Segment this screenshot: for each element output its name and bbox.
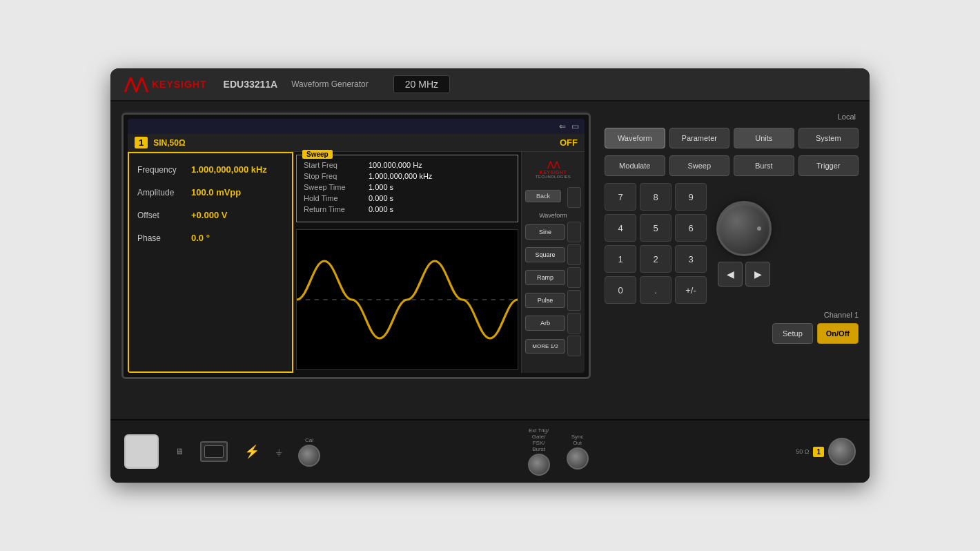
usb-a-port[interactable]	[200, 441, 228, 462]
top-buttons-row: Waveform Parameter Units System	[605, 128, 859, 148]
sweep-box: Sweep Start Freq 100.000,000 Hz Stop Fre…	[296, 155, 518, 222]
keysight-logo: ⋀⋀ KEYSIGHT	[124, 75, 207, 93]
waveform-buttons-panel: ⋀⋀ KEYSIGHT TECHNOLOGIES Back Waveform	[521, 152, 585, 373]
local-label: Local	[605, 113, 859, 121]
logo-zigzag-icon: ⋀⋀	[124, 75, 146, 93]
param-amplitude: Amplitude 100.0 mVpp	[137, 187, 284, 197]
return-time: Return Time 0.000 s	[304, 205, 511, 213]
num-1[interactable]: 1	[605, 245, 636, 273]
second-row-buttons: Modulate Sweep Burst Trigger	[605, 155, 859, 176]
ext-trig-bnc[interactable]	[528, 454, 550, 476]
screen-content: Frequency 1.000,000,000 kHz Amplitude 10…	[128, 152, 585, 373]
model-number: EDU33211A	[224, 79, 278, 90]
burst-button[interactable]: Burst	[734, 155, 794, 176]
control-area: Local Waveform Parameter Units System Mo…	[599, 113, 859, 408]
bottom-bar: 🖥 ⚡ ⏚ Cal Ext Trig/ Gate/ FSK/ Burst Syn…	[110, 419, 870, 483]
right-arrow-button[interactable]: ▶	[745, 262, 770, 287]
sync-out-connector: Sync Out	[567, 434, 589, 470]
num-6[interactable]: 6	[675, 214, 707, 242]
ramp-button[interactable]: Ramp	[525, 270, 565, 285]
arb-button[interactable]: Arb	[525, 316, 565, 331]
pulse-button[interactable]: Pulse	[525, 293, 565, 308]
sweep-stop-freq: Stop Freq 1.000,000,000 kHz	[304, 172, 511, 180]
trigger-button[interactable]: Trigger	[798, 155, 859, 176]
softkey-more[interactable]	[567, 336, 581, 356]
sweep-badge: Sweep	[302, 150, 333, 159]
more-button[interactable]: MORE 1/2	[525, 339, 565, 354]
num-7[interactable]: 7	[605, 183, 636, 211]
softkey-arb[interactable]	[567, 313, 581, 334]
frequency-display: 20 MHz	[393, 75, 450, 93]
square-button[interactable]: Square	[525, 247, 565, 262]
setup-button[interactable]: Setup	[772, 323, 813, 344]
sync-out-bnc[interactable]	[567, 447, 589, 470]
usb-computer-icons: 🖥	[175, 447, 184, 456]
usb-icon: ⇐	[559, 122, 566, 131]
channel1-label: Channel 1	[824, 311, 859, 319]
numpad-area: 7 8 9 4 5 6 1 2 3 0	[605, 183, 859, 304]
softkey-sine[interactable]	[567, 222, 581, 242]
brand-name: KEYSIGHT	[152, 79, 207, 90]
left-arrow-button[interactable]: ◀	[718, 262, 743, 287]
sweep-button[interactable]: Sweep	[669, 155, 730, 176]
param-frequency: Frequency 1.000,000,000 kHz	[137, 164, 284, 175]
num-8[interactable]: 8	[640, 183, 672, 211]
screen-inner: ⇐ ▭ 1 SIN,50Ω OFF	[128, 119, 585, 373]
sweep-panel: Sweep Start Freq 100.000,000 Hz Stop Fre…	[293, 152, 521, 373]
modulate-button[interactable]: Modulate	[605, 155, 665, 176]
num-9[interactable]: 9	[675, 183, 707, 211]
computer-icon: 🖥	[175, 447, 184, 456]
parameter-button[interactable]: Parameter	[669, 128, 730, 148]
display-icon: ▭	[571, 122, 579, 131]
num-row-4: 0 . +/-	[605, 276, 707, 304]
num-2[interactable]: 2	[640, 245, 672, 273]
hold-time: Hold Time 0.000 s	[304, 194, 511, 202]
back-button[interactable]: Back	[525, 190, 561, 202]
channel-status: OFF	[560, 137, 578, 148]
arrow-buttons: ◀ ▶	[718, 262, 770, 287]
softkey-square[interactable]	[567, 244, 581, 265]
waveform-button[interactable]: Waveform	[605, 128, 665, 148]
cal-bnc[interactable]	[298, 445, 320, 467]
screen-top-bar: ⇐ ▭	[128, 119, 585, 134]
waveform-display	[296, 229, 518, 370]
num-5[interactable]: 5	[640, 214, 672, 242]
main-knob[interactable]	[716, 201, 772, 256]
screen-section: ⇐ ▭ 1 SIN,50Ω OFF	[121, 113, 591, 408]
param-offset: Offset +0.000 V	[137, 210, 284, 220]
param-phase: Phase 0.0 °	[137, 233, 284, 243]
num-3[interactable]: 3	[675, 245, 707, 273]
frequency-value: 20 MHz	[405, 79, 438, 90]
num-plusminus[interactable]: +/-	[675, 276, 707, 304]
num-4[interactable]: 4	[605, 214, 636, 242]
screen-outer: ⇐ ▭ 1 SIN,50Ω OFF	[121, 113, 591, 379]
knob-area: ◀ ▶	[716, 201, 772, 287]
softkey-pulse[interactable]	[567, 290, 581, 311]
units-button[interactable]: Units	[734, 128, 794, 148]
system-button[interactable]: System	[798, 128, 859, 148]
instrument-body: ⋀⋀ KEYSIGHT EDU33211A Waveform Generator…	[110, 68, 870, 483]
impedance-label: 50 Ω	[796, 448, 809, 455]
instrument-type: Waveform Generator	[291, 79, 369, 89]
channel1-buttons: Setup On/Off	[772, 323, 859, 344]
usb-b-symbol: ⚡	[244, 444, 259, 459]
channel-badge-bottom: 1	[813, 447, 824, 457]
output-bnc[interactable]	[828, 438, 856, 465]
sine-button[interactable]: Sine	[525, 224, 565, 240]
ext-trig-connector: Ext Trig/ Gate/ FSK/ Burst	[528, 427, 550, 476]
waveform-svg	[297, 230, 518, 369]
num-row-2: 4 5 6	[605, 214, 707, 242]
num-0[interactable]: 0	[605, 276, 636, 304]
num-row-1: 7 8 9	[605, 183, 707, 211]
numpad-section: 7 8 9 4 5 6 1 2 3 0	[605, 183, 707, 304]
params-panel: Frequency 1.000,000,000 kHz Amplitude 10…	[128, 152, 293, 373]
channel1-section: Channel 1 Setup On/Off	[605, 311, 859, 344]
keysight-logo-small: ⋀⋀ KEYSIGHT TECHNOLOGIES	[536, 157, 571, 179]
onoff-button[interactable]: On/Off	[817, 323, 859, 344]
num-dot[interactable]: .	[640, 276, 672, 304]
channel-info: SIN,50Ω	[153, 138, 185, 148]
power-button[interactable]	[124, 434, 159, 469]
softkey-ramp[interactable]	[567, 267, 581, 288]
header-bar: ⋀⋀ KEYSIGHT EDU33211A Waveform Generator…	[110, 68, 870, 102]
softkey-1[interactable]	[567, 187, 581, 208]
